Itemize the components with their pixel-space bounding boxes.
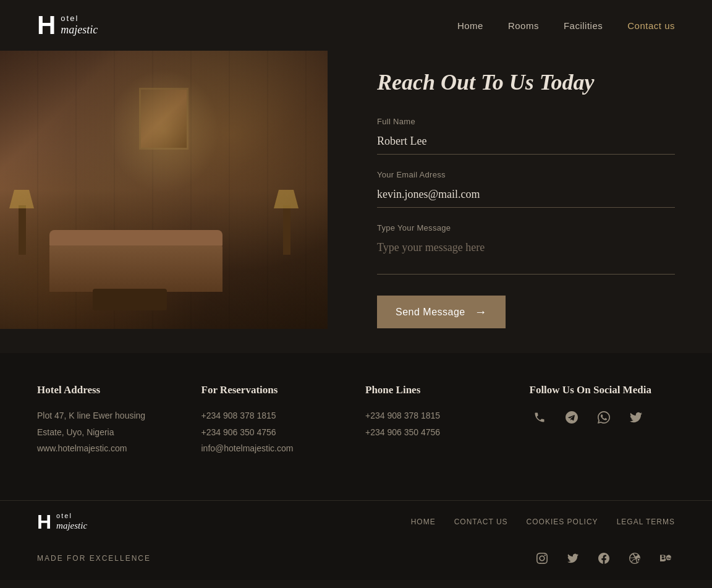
main-nav: Home Rooms Facilities Contact us	[457, 20, 675, 31]
nav-contact[interactable]: Contact us	[627, 20, 675, 31]
footer-social-col: Follow Us On Social Media	[530, 384, 676, 457]
social-icons-row	[530, 407, 676, 427]
telegram-social-icon[interactable]	[562, 407, 582, 427]
logo-hotel: otel	[61, 14, 98, 23]
arrow-right-icon: →	[475, 305, 488, 319]
header: H otel majestic Home Rooms Facilities Co…	[0, 0, 712, 51]
logo-text: otel majestic	[61, 14, 98, 36]
message-textarea[interactable]	[377, 237, 675, 275]
send-button-label: Send Message	[396, 307, 465, 318]
main-content: Reach Out To Us Today Full Name Your Ema…	[0, 51, 712, 353]
logo-majestic: majestic	[61, 23, 98, 37]
logo-h-letter: H	[37, 12, 56, 38]
contact-form-section: Reach Out To Us Today Full Name Your Ema…	[328, 51, 712, 353]
address-line2: Estate, Uyo, Nigeria	[37, 424, 183, 441]
footer-nav-home[interactable]: HOME	[411, 518, 436, 526]
instagram-icon[interactable]	[533, 549, 551, 568]
address-website[interactable]: www.hotelmajestic.com	[37, 440, 183, 457]
twitter-bottom-icon[interactable]	[564, 549, 582, 568]
social-title: Follow Us On Social Media	[530, 384, 676, 396]
footer-logo-majestic: majestic	[56, 520, 87, 531]
phone-line1: +234 908 378 1815	[365, 407, 511, 424]
footer-info: Hotel Address Plot 47, K line Ewer housi…	[0, 353, 712, 500]
footer-logo-h: H	[37, 512, 51, 532]
footer-phone-col: Phone Lines +234 908 378 1815 +234 906 3…	[365, 384, 511, 457]
behance-icon[interactable]	[656, 549, 675, 568]
facebook-icon[interactable]	[595, 549, 613, 568]
address-title: Hotel Address	[37, 384, 183, 396]
full-name-group: Full Name	[377, 117, 675, 155]
footer-nav-legal[interactable]: LEGAL TERMS	[617, 518, 675, 526]
reservations-title: For Reservations	[201, 384, 347, 396]
footer-bottom: H otel majestic HOME CONTACT US COOKIES …	[0, 500, 712, 543]
room-painting	[139, 88, 189, 150]
room-furniture	[0, 205, 328, 329]
twitter-social-icon[interactable]	[626, 407, 646, 427]
full-name-input[interactable]	[377, 131, 675, 155]
phone-social-icon[interactable]	[530, 407, 549, 427]
logo[interactable]: H otel majestic	[37, 12, 98, 38]
form-title: Reach Out To Us Today	[377, 69, 675, 95]
send-message-button[interactable]: Send Message →	[377, 296, 506, 328]
footer-logo-text: otel majestic	[56, 512, 87, 531]
footer-address-col: Hotel Address Plot 47, K line Ewer housi…	[37, 384, 183, 457]
whatsapp-social-icon[interactable]	[594, 407, 614, 427]
room-table	[93, 289, 167, 310]
email-group: Your Email Adress	[377, 170, 675, 208]
reservations-phone1[interactable]: +234 908 378 1815	[201, 407, 347, 424]
reservations-phone2[interactable]: +234 906 350 4756	[201, 424, 347, 441]
footer-tagline: MADE FOR EXCELLENCE	[37, 554, 151, 563]
bottom-social-icons	[533, 549, 675, 568]
footer-logo-hotel: otel	[56, 512, 87, 520]
footer-nav: HOME CONTACT US COOKIES POLICY LEGAL TER…	[411, 518, 675, 526]
footer-tagline-row: MADE FOR EXCELLENCE	[0, 543, 712, 580]
footer-logo[interactable]: H otel majestic	[37, 512, 87, 532]
full-name-label: Full Name	[377, 117, 675, 126]
nav-facilities[interactable]: Facilities	[564, 20, 603, 31]
footer-reservations-col: For Reservations +234 908 378 1815 +234 …	[201, 384, 347, 457]
message-label: Type Your Message	[377, 223, 675, 232]
footer-nav-contact[interactable]: CONTACT US	[454, 518, 508, 526]
nav-home[interactable]: Home	[457, 20, 483, 31]
address-line1: Plot 47, K line Ewer housing	[37, 407, 183, 424]
phone-title: Phone Lines	[365, 384, 511, 396]
message-group: Type Your Message	[377, 223, 675, 277]
phone-line2: +234 906 350 4756	[365, 424, 511, 441]
reservations-email[interactable]: info@hotelmajestic.com	[201, 440, 347, 457]
footer-columns: Hotel Address Plot 47, K line Ewer housi…	[37, 384, 675, 457]
hotel-room-image	[0, 51, 328, 329]
email-input[interactable]	[377, 184, 675, 208]
room-sofa	[49, 242, 222, 292]
dribbble-icon[interactable]	[625, 549, 644, 568]
email-label: Your Email Adress	[377, 170, 675, 179]
footer-nav-cookies[interactable]: COOKIES POLICY	[527, 518, 598, 526]
nav-rooms[interactable]: Rooms	[508, 20, 539, 31]
